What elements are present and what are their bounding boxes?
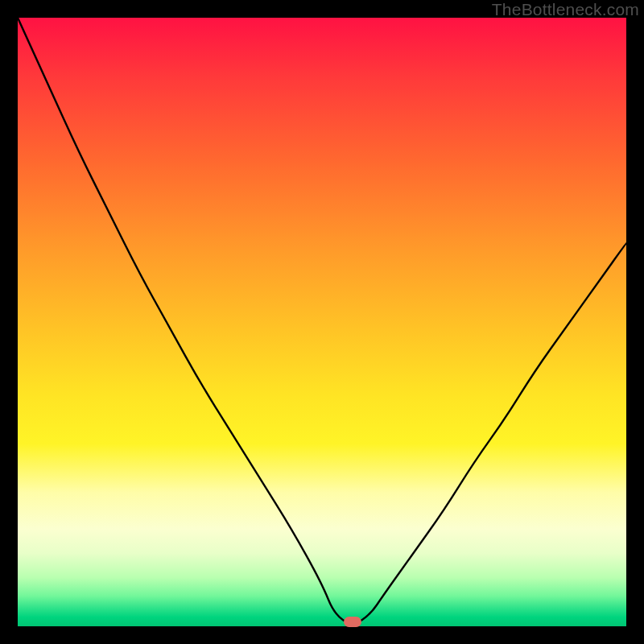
plot-area [18, 18, 626, 626]
optimal-marker [344, 617, 361, 627]
bottleneck-curve [18, 18, 626, 626]
watermark-text: TheBottleneck.com [492, 0, 639, 19]
chart-frame: TheBottleneck.com [0, 0, 644, 644]
